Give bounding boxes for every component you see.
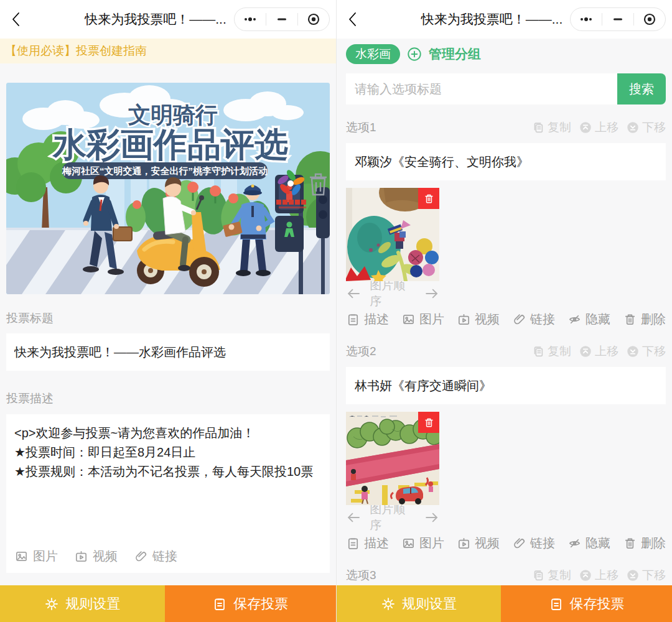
option-2-image-thumbnail[interactable] [346,412,439,505]
image-icon [401,312,416,327]
move-up-button[interactable]: 上移 [579,567,618,583]
gear-icon [44,596,59,611]
option-3-header: 选项3 复制 上移 下移 [346,567,666,583]
copy-option-button[interactable]: 复制 [531,343,571,360]
insert-video-button[interactable]: 视频 [74,548,118,565]
add-link-button[interactable]: 链接 [512,535,555,551]
copy-icon [531,345,545,358]
rules-settings-button[interactable]: 规则设置 [0,585,165,622]
more-button[interactable] [571,8,602,30]
copy-icon [531,569,545,582]
panel-vote-editor: 快来为我投票吧！——... 【使用必读】投票创建指南 [0,0,336,622]
vote-cover-image: 文明骑行 水彩画作品评选 梅河社区“文明交通，安全出行”桃李守护计划活动 [6,83,330,294]
save-vote-button[interactable]: 保存投票 [501,585,672,622]
video-icon [457,312,471,327]
image-icon [401,536,416,550]
banner-illustration: 文明骑行 水彩画作品评选 梅河社区“文明交通，安全出行”桃李守护计划活动 [6,83,330,294]
minimize-icon [274,12,289,27]
group-tag-watercolor[interactable]: 水彩画 [346,44,400,64]
trash-icon [623,536,637,550]
vote-desc-text: <p>欢迎参与投票~请为您喜欢的作品加油！ ★投票时间：即日起至8月24日止 ★… [14,424,322,481]
add-video-button[interactable]: 视频 [457,311,500,327]
eye-slash-icon [567,536,582,550]
arrow-up-circle-icon [579,569,592,582]
arrow-left-icon [346,285,362,302]
save-vote-button[interactable]: 保存投票 [165,585,336,622]
copy-option-button[interactable]: 复制 [531,567,571,583]
option-1-header: 选项1 复制 上移 下移 [346,119,666,136]
edit-desc-button[interactable]: 描述 [346,535,389,551]
vote-title-input[interactable] [6,333,330,371]
group-toolbar: 水彩画 管理分组 [346,44,666,65]
clipboard-icon [549,596,564,611]
image-order-next-button[interactable] [424,509,439,526]
bottom-action-bar: 规则设置 保存投票 [337,585,672,622]
option-label: 选项2 [346,343,376,360]
vote-desc-editor[interactable]: <p>欢迎参与投票~请为您喜欢的作品加油！ ★投票时间：即日起至8月24日止 ★… [6,414,330,573]
home-button[interactable] [298,8,329,30]
insert-image-button[interactable]: 图片 [14,548,58,565]
move-down-button[interactable]: 下移 [626,343,666,360]
delete-option-button[interactable]: 删除 [623,311,666,327]
arrow-right-icon [424,285,439,302]
insert-link-button[interactable]: 链接 [134,548,177,565]
edit-desc-button[interactable]: 描述 [346,311,389,327]
hide-option-button[interactable]: 隐藏 [567,535,610,551]
arrow-right-icon [424,509,439,526]
option-2-title-input[interactable] [346,367,666,404]
eye-slash-icon [567,312,582,327]
minimize-button[interactable] [602,8,633,30]
banner-title-top: 文明骑行 [128,102,218,128]
video-icon [457,536,471,550]
more-dots-icon [579,12,594,27]
more-button[interactable] [235,8,266,30]
trash-icon [423,417,435,429]
search-button[interactable]: 搜索 [617,73,666,104]
option-label: 选项1 [346,119,376,136]
add-image-button[interactable]: 图片 [401,311,444,327]
delete-image-button[interactable] [418,412,439,433]
video-icon [74,549,88,564]
image-order-prev-button[interactable] [346,285,362,302]
move-down-button[interactable]: 下移 [626,567,666,583]
wechat-capsule [234,7,330,31]
delete-image-button[interactable] [418,188,439,209]
search-input[interactable] [346,73,617,104]
minimize-button[interactable] [266,8,297,30]
navbar: 快来为我投票吧！——... [337,0,672,39]
option-1-actions: 描述 图片 视频 链接 隐藏 [346,311,666,327]
arrow-down-circle-icon [626,569,640,582]
option-search-bar: 搜索 [346,73,666,104]
move-up-button[interactable]: 上移 [579,119,618,136]
manage-groups-button[interactable]: 管理分组 [429,45,481,63]
arrow-down-circle-icon [626,345,640,358]
copy-option-button[interactable]: 复制 [531,119,571,136]
copy-icon [531,121,545,134]
image-order-prev-button[interactable] [346,509,362,526]
hide-option-button[interactable]: 隐藏 [567,311,610,327]
wechat-capsule [570,7,666,31]
navbar: 快来为我投票吧！——... [0,0,336,39]
add-video-button[interactable]: 视频 [457,535,500,551]
option-tools: 复制 上移 下移 [531,119,666,136]
home-button[interactable] [634,8,665,30]
image-order-label: 图片顺序 [370,277,416,310]
image-order-label: 图片顺序 [370,501,416,534]
image-order-next-button[interactable] [424,285,439,302]
move-down-button[interactable]: 下移 [626,119,666,136]
bottom-action-bar: 规则设置 保存投票 [0,585,336,622]
vote-title-label: 投票标题 [6,310,330,327]
mini-program-app: 快来为我投票吧！——... 【使用必读】投票创建指南 [0,0,672,622]
option-2-actions: 描述 图片 视频 链接 隐藏 [346,535,666,551]
move-up-button[interactable]: 上移 [579,343,618,360]
image-order-controls: 图片顺序 [346,509,439,526]
option-1-title-input[interactable] [346,143,666,180]
usage-guide-banner[interactable]: 【使用必读】投票创建指南 [0,39,336,63]
add-image-button[interactable]: 图片 [401,535,444,551]
delete-option-button[interactable]: 删除 [623,535,666,551]
add-link-button[interactable]: 链接 [512,311,555,327]
add-group-button[interactable] [406,46,422,62]
arrow-left-icon [346,509,362,526]
rules-settings-button[interactable]: 规则设置 [337,585,501,622]
option-1-image-thumbnail[interactable] [346,188,439,281]
